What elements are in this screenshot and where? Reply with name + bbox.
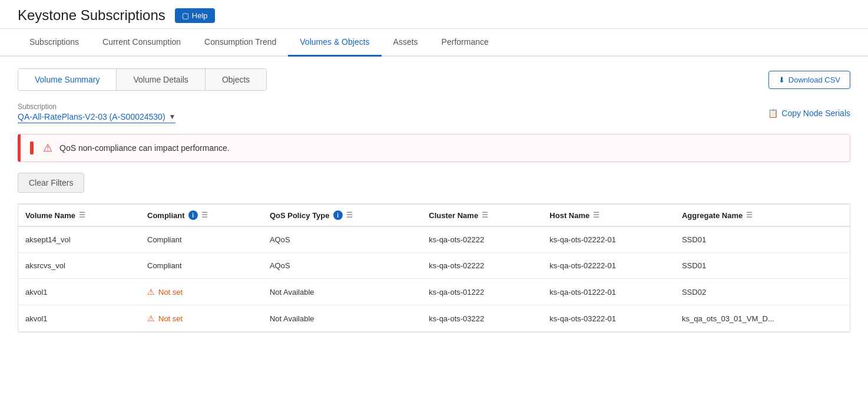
- page-header: Keystone Subscriptions ▢ Help: [0, 0, 868, 29]
- help-button[interactable]: ▢ Help: [175, 8, 215, 23]
- filter-icon-volume-name[interactable]: ☰: [79, 211, 85, 219]
- info-badge-compliant: i: [188, 210, 198, 220]
- table-row: akvol1⚠Not setNot Availableks-qa-ots-012…: [18, 279, 850, 305]
- cell-volume-name: aksept14_vol: [18, 226, 140, 253]
- copy-icon: 📋: [768, 108, 778, 118]
- cell-compliant: ⚠Not set: [140, 279, 263, 305]
- cell-volume-name: akvol1: [18, 279, 140, 305]
- cell-host-name: ks-qa-ots-01222-01: [542, 279, 675, 305]
- th-aggregate-name: Aggregate Name ☰: [675, 205, 850, 227]
- th-compliant: Compliant i ☰: [140, 205, 263, 227]
- cell-aggregate-name: SSD02: [675, 279, 850, 305]
- cell-host-name: ks-qa-ots-02222-01: [542, 253, 675, 279]
- subscription-label: Subscription: [18, 103, 175, 111]
- filter-icon-cluster[interactable]: ☰: [482, 211, 488, 219]
- clear-filters-button[interactable]: Clear Filters: [18, 173, 84, 193]
- cell-cluster-name: ks-qa-ots-01222: [422, 279, 542, 305]
- content-area: Volume Summary Volume Details Objects ⬇ …: [0, 57, 868, 344]
- tab-subscriptions[interactable]: Subscriptions: [18, 29, 91, 57]
- table-row: akvol1⚠Not setNot Availableks-qa-ots-032…: [18, 305, 850, 332]
- tab-consumption-trend[interactable]: Consumption Trend: [193, 29, 288, 57]
- cell-aggregate-name: SSD01: [675, 253, 850, 279]
- tab-assets[interactable]: Assets: [382, 29, 430, 57]
- cell-cluster-name: ks-qa-ots-03222: [422, 305, 542, 332]
- cell-qos-policy-type: Not Available: [263, 279, 422, 305]
- warning-banner: ⚠ QoS non-compliance can impact performa…: [18, 134, 850, 162]
- table-row: aksrcvs_volCompliantAQoSks-qa-ots-02222k…: [18, 253, 850, 279]
- warning-icon: ⚠: [147, 287, 155, 297]
- download-csv-button[interactable]: ⬇ Download CSV: [768, 71, 850, 89]
- cell-volume-name: aksrcvs_vol: [18, 253, 140, 279]
- sub-tabs: Volume Summary Volume Details Objects: [18, 68, 267, 91]
- subtab-volume-summary[interactable]: Volume Summary: [18, 69, 117, 90]
- subscription-selector: Subscription QA-All-RatePlans-V2-03 (A-S…: [18, 103, 175, 123]
- sub-tabs-row: Volume Summary Volume Details Objects ⬇ …: [18, 68, 850, 91]
- subtab-volume-details[interactable]: Volume Details: [117, 69, 205, 90]
- filter-icon-compliant[interactable]: ☰: [201, 211, 208, 219]
- cell-qos-policy-type: AQoS: [263, 226, 422, 253]
- subtab-objects[interactable]: Objects: [206, 69, 266, 90]
- cell-volume-name: akvol1: [18, 305, 140, 332]
- cell-compliant: Compliant: [140, 253, 263, 279]
- th-qos-policy-type: QoS Policy Type i ☰: [263, 205, 422, 227]
- cell-host-name: ks-qa-ots-02222-01: [542, 226, 675, 253]
- cell-cluster-name: ks-qa-ots-02222: [422, 253, 542, 279]
- table-header-row: Volume Name ☰ Compliant i ☰ QoS Po: [18, 205, 850, 227]
- subscription-value: QA-All-RatePlans-V2-03 (A-S00024530): [18, 112, 165, 121]
- cell-host-name: ks-qa-ots-03222-01: [542, 305, 675, 332]
- filter-icon-host[interactable]: ☰: [593, 211, 599, 219]
- nav-tabs: Subscriptions Current Consumption Consum…: [0, 29, 868, 57]
- filter-icon-qos[interactable]: ☰: [346, 211, 353, 219]
- subscription-row: Subscription QA-All-RatePlans-V2-03 (A-S…: [18, 103, 850, 123]
- warning-message: QoS non-compliance can impact performanc…: [59, 143, 230, 153]
- warning-bar-accent: [30, 141, 34, 154]
- cell-qos-policy-type: AQoS: [263, 253, 422, 279]
- page-title: Keystone Subscriptions: [18, 7, 165, 24]
- subscription-dropdown[interactable]: QA-All-RatePlans-V2-03 (A-S00024530) ▼: [18, 112, 175, 123]
- filter-icon-aggregate[interactable]: ☰: [746, 211, 753, 219]
- tab-volumes-objects[interactable]: Volumes & Objects: [288, 29, 381, 57]
- tab-current-consumption[interactable]: Current Consumption: [91, 29, 193, 57]
- cell-compliant: Compliant: [140, 226, 263, 253]
- warning-triangle-icon: ⚠: [43, 141, 52, 154]
- copy-node-serials-button[interactable]: 📋 Copy Node Serials: [768, 108, 850, 118]
- th-cluster-name: Cluster Name ☰: [422, 205, 542, 227]
- cell-compliant: ⚠Not set: [140, 305, 263, 332]
- help-icon: ▢: [182, 11, 189, 20]
- cell-aggregate-name: ks_qa_ots_03_01_VM_D...: [675, 305, 850, 332]
- table-row: aksept14_volCompliantAQoSks-qa-ots-02222…: [18, 226, 850, 253]
- table-wrapper: Volume Name ☰ Compliant i ☰ QoS Po: [18, 203, 850, 333]
- th-volume-name: Volume Name ☰: [18, 205, 140, 227]
- cell-aggregate-name: SSD01: [675, 226, 850, 253]
- th-host-name: Host Name ☰: [542, 205, 675, 227]
- warning-icon: ⚠: [147, 314, 155, 323]
- cell-qos-policy-type: Not Available: [263, 305, 422, 332]
- volumes-table: Volume Name ☰ Compliant i ☰ QoS Po: [18, 204, 850, 332]
- download-icon: ⬇: [778, 75, 785, 84]
- chevron-down-icon: ▼: [169, 113, 176, 121]
- tab-performance[interactable]: Performance: [430, 29, 501, 57]
- info-badge-qos: i: [333, 210, 343, 220]
- cell-cluster-name: ks-qa-ots-02222: [422, 226, 542, 253]
